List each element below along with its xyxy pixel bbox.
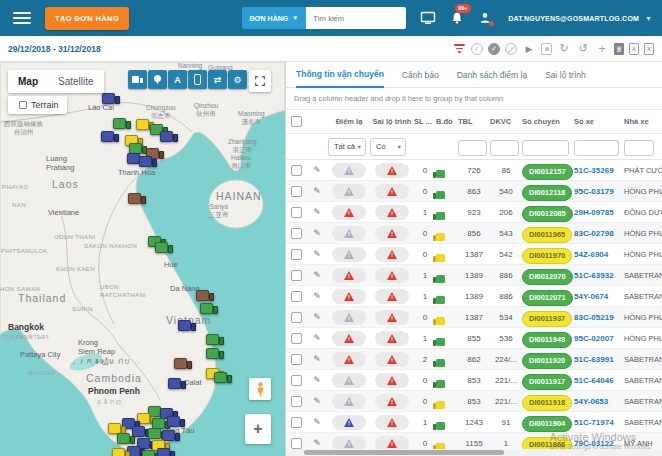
route-warning-icon[interactable]: !: [387, 376, 397, 385]
truck-marker[interactable]: [160, 131, 178, 142]
plate-link[interactable]: 51C-71974: [574, 418, 624, 427]
filter-dkvc-input[interactable]: [490, 140, 519, 156]
row-checkbox[interactable]: [291, 396, 302, 407]
id-card-icon[interactable]: [541, 43, 552, 55]
diem-la-warning-icon[interactable]: !: [344, 418, 354, 427]
user-chevron-down-icon[interactable]: ▼: [645, 15, 652, 22]
col-bdo[interactable]: B.đồ: [436, 117, 458, 126]
filter-tbl-input[interactable]: [458, 140, 487, 156]
col-tbl[interactable]: TBL: [458, 117, 490, 126]
route-warning-icon[interactable]: !: [387, 229, 397, 238]
diem-la-warning-icon[interactable]: !: [344, 334, 354, 343]
diem-la-warning-icon[interactable]: !: [344, 355, 354, 364]
approve-all-icon[interactable]: ✓: [488, 43, 500, 55]
plate-link[interactable]: 29H-09785: [574, 208, 624, 217]
col-sai-lo-trinh[interactable]: Sai lộ trình: [370, 117, 414, 126]
truck-marker[interactable]: [178, 320, 196, 331]
map-type-map-button[interactable]: Map: [8, 70, 48, 93]
edit-pencil-icon[interactable]: ✎: [306, 438, 328, 448]
row-checkbox[interactable]: [291, 270, 302, 281]
plate-link[interactable]: 51C-64046: [574, 376, 624, 385]
diem-la-warning-icon[interactable]: !: [344, 229, 354, 238]
trip-badge[interactable]: DI0012118: [522, 185, 572, 201]
truck-marker[interactable]: [117, 433, 135, 444]
edit-pencil-icon[interactable]: ✎: [306, 396, 328, 406]
zoom-in-button[interactable]: +: [245, 414, 271, 444]
orders-dropdown-button[interactable]: ĐƠN HÀNG ▼: [242, 7, 307, 29]
user-status-icon[interactable]: [478, 11, 492, 25]
map-tool-pin-button[interactable]: [148, 70, 167, 89]
terrain-toggle[interactable]: Terrain: [8, 96, 67, 114]
route-warning-icon[interactable]: !: [387, 166, 397, 175]
truck-marker[interactable]: [101, 131, 119, 142]
truck-marker[interactable]: [102, 93, 120, 104]
trip-badge[interactable]: DI0011920: [522, 353, 572, 369]
route-warning-icon[interactable]: !: [387, 208, 397, 217]
create-order-button[interactable]: TẠO ĐƠN HÀNG: [45, 7, 129, 30]
row-checkbox[interactable]: [291, 207, 302, 218]
plate-link[interactable]: 51C-35269: [574, 166, 624, 175]
notifications-bell-icon[interactable]: 99+: [450, 11, 464, 25]
truck-marker[interactable]: [214, 372, 232, 383]
row-checkbox[interactable]: [291, 186, 302, 197]
truck-marker[interactable]: [157, 448, 175, 456]
map-tool-truck-button[interactable]: [128, 70, 147, 89]
edit-pencil-icon[interactable]: ✎: [306, 333, 328, 343]
map-tool-letter-a-button[interactable]: A: [168, 70, 187, 89]
truck-marker[interactable]: [168, 378, 186, 389]
truck-marker[interactable]: [206, 348, 224, 359]
date-range-picker[interactable]: 29/12/2018 - 31/12/2018: [8, 44, 101, 54]
col-dkvc[interactable]: DKVC: [490, 117, 522, 126]
plate-link[interactable]: 54Y-0674: [574, 292, 624, 301]
col-diem-la[interactable]: Điểm lạ: [328, 117, 370, 126]
trip-badge[interactable]: DI0011918: [522, 395, 572, 411]
hamburger-menu-icon[interactable]: [13, 12, 31, 24]
monitor-icon[interactable]: [420, 11, 436, 25]
diem-la-warning-icon[interactable]: !: [344, 166, 354, 175]
map-tool-phone-button[interactable]: [188, 70, 207, 89]
horizontal-scrollbar[interactable]: [286, 449, 662, 456]
truck-marker[interactable]: [167, 416, 185, 427]
row-checkbox[interactable]: [291, 312, 302, 323]
route-warning-icon[interactable]: !: [387, 397, 397, 406]
row-checkbox[interactable]: [291, 333, 302, 344]
truck-marker[interactable]: [155, 242, 173, 253]
edit-pencil-icon[interactable]: ✎: [306, 291, 328, 301]
route-warning-icon[interactable]: !: [387, 355, 397, 364]
trip-badge[interactable]: DI0011904: [522, 416, 572, 432]
plate-link[interactable]: 54Y-0653: [574, 397, 624, 406]
refresh-icon[interactable]: ↻: [557, 42, 571, 56]
plate-link[interactable]: 51C-63932: [574, 271, 624, 280]
search-input[interactable]: [306, 7, 406, 29]
truck-marker[interactable]: [196, 290, 214, 301]
edit-pencil-icon[interactable]: ✎: [306, 207, 328, 217]
truck-marker[interactable]: [113, 118, 131, 129]
fullscreen-button[interactable]: [249, 70, 271, 92]
street-view-pegman-icon[interactable]: [249, 378, 271, 400]
map-canvas[interactable]: Nanning 南宁市Guigang 贵港市Chongzuo 崇左市Qinzho…: [0, 62, 285, 456]
row-checkbox[interactable]: [291, 228, 302, 239]
tab-thong-tin-van-chuyen[interactable]: Thông tin vận chuyển: [296, 69, 384, 88]
trip-badge[interactable]: DI0011917: [522, 374, 572, 390]
terrain-checkbox[interactable]: [19, 101, 27, 109]
truck-marker[interactable]: [200, 303, 218, 314]
plate-link[interactable]: 95C-03179: [574, 187, 624, 196]
trip-badge[interactable]: DI0011970: [522, 248, 572, 264]
user-email[interactable]: DAT.NGUYENS@GOSMARTLOG.COM: [508, 15, 639, 22]
truck-marker[interactable]: [112, 448, 130, 456]
route-warning-icon[interactable]: !: [387, 313, 397, 322]
diem-la-warning-icon[interactable]: !: [344, 439, 354, 448]
filter-sai-lo-trinh-select[interactable]: Có▼: [370, 138, 406, 156]
select-all-checkbox[interactable]: [291, 116, 302, 127]
route-warning-icon[interactable]: !: [387, 439, 397, 448]
plate-link[interactable]: 83C-05219: [574, 313, 624, 322]
map-type-satellite-button[interactable]: Satellite: [48, 70, 104, 93]
scrollbar-thumb[interactable]: [304, 450, 504, 455]
export-file-icon[interactable]: ≣: [614, 43, 624, 55]
tab-danh-sach-diem-la[interactable]: Danh sách điểm lạ: [457, 70, 527, 87]
diem-la-warning-icon[interactable]: !: [344, 187, 354, 196]
plate-link[interactable]: 51C-63991: [574, 355, 624, 364]
truck-marker[interactable]: [128, 193, 146, 204]
truck-marker[interactable]: [139, 156, 157, 167]
block-icon[interactable]: [505, 43, 517, 55]
